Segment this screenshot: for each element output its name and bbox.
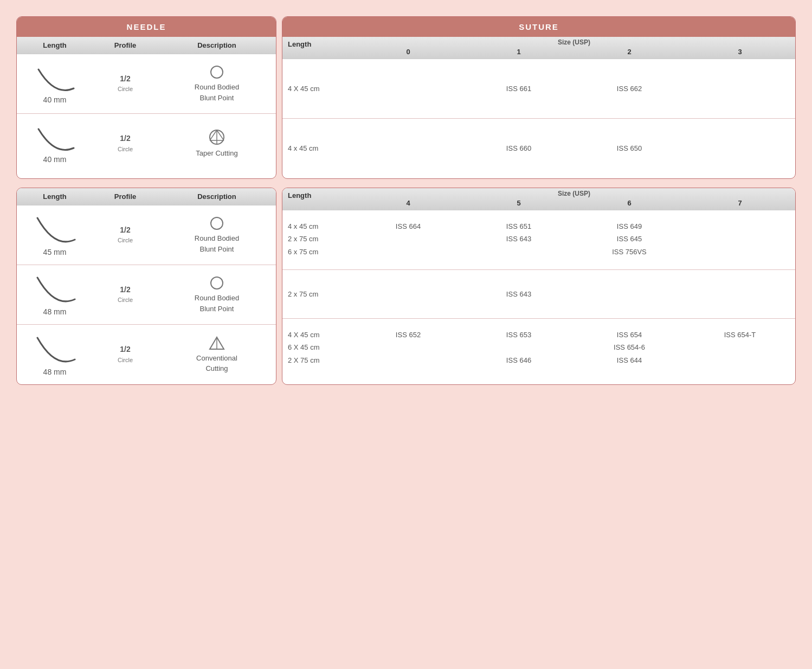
needle-length-s2-1: 45 mm [17,214,93,256]
needle-header-text: NEEDLE [127,22,166,31]
needle-length-s2-2: 48 mm [17,273,93,316]
circle-icon [209,65,224,80]
suture-header-row-1: Length Size (USP) 0 1 2 3 [282,37,795,59]
needle-profile-s2-3: 1/2 Circle [93,344,158,365]
needle-desc-s2-2: Round BodiedBlunt Point [158,275,276,314]
needle-row-1: 40 mm 1/2 Circle Round BodiedBlunt Point [17,54,276,114]
suture-row-2: 4 x 45 cm ISS 660 ISS 650 [282,119,795,178]
suture-row1-size3 [685,85,795,93]
needle-section-2: Length Profile Description 45 mm [16,188,276,385]
suture-s2-r2-s3 [685,290,795,299]
needle-arc-icon-2 [33,124,76,153]
needle-row-s2-2: 48 mm 1/2 Circle Round BodiedBlunt Point [17,265,276,325]
needle-arc-s2-2 [33,273,76,306]
suture-section-2: Length Size (USP) 4 5 6 7 4 x [282,188,796,385]
main-container: NEEDLE Length Profile Description [16,16,796,385]
needle-col-profile: Profile [93,37,158,54]
svg-point-6 [211,217,223,229]
suture-row2-size2: ISS 650 [574,138,685,159]
suture-row1-size0 [353,85,463,93]
needle-arc-s2-1 [33,214,76,246]
suture-size-label-2: Size (USP) [353,188,795,197]
suture-s2-r3-s1: ISS 653ISS 646 [463,324,574,371]
suture-s2-r1-s3 [685,216,795,224]
suture-length-header: Length [282,37,353,59]
size-num-s2-0: 4 [353,197,463,210]
needle-header: NEEDLE [17,17,276,37]
needle-profile-1: 1/2 Circle [93,74,158,94]
suture-row-1: 4 X 45 cm ISS 661 ISS 662 [282,59,795,119]
size-num-0: 0 [353,46,463,59]
needle-row-2: 40 mm 1/2 Circle Taper Cutting [17,114,276,173]
suture-s2-r3-s0: ISS 652 [353,324,463,345]
needle-arc-icon-1 [33,64,76,94]
suture-header-text: SUTURE [519,22,559,31]
needle-desc-s2-1: Round BodiedBlunt Point [158,216,276,254]
suture-row2-length: 4 x 45 cm [282,138,353,159]
suture-s2-r3-length: 4 X 45 cm6 X 45 cm2 X 75 cm [282,324,353,371]
suture-size-nums: 0 1 2 3 [353,46,795,59]
suture-row2-size3 [685,144,795,153]
section2-wrapper: Length Profile Description 45 mm [16,188,796,385]
suture-row1-length: 4 X 45 cm [282,78,353,99]
taper-cutting-icon [208,128,226,146]
svg-point-7 [211,277,223,289]
suture-section-1: SUTURE Length Size (USP) 0 1 2 3 [282,16,796,179]
needle-length-1: 40 mm [17,64,93,104]
needle-desc-s2-3: ConventionalCutting [158,336,276,374]
suture-s2-row-1: 4 x 45 cm2 x 75 cm6 x 75 cm ISS 664 ISS … [282,210,795,270]
needle-desc-1: Round BodiedBlunt Point [158,65,276,103]
suture-s2-row-2: 2 x 75 cm ISS 643 [282,270,795,319]
suture-size-nums-2: 4 5 6 7 [353,197,795,210]
svg-point-0 [211,66,223,78]
suture-s2-r3-s2: ISS 654ISS 654-6ISS 644 [574,324,685,371]
suture-header-row-2: Length Size (USP) 4 5 6 7 [282,188,795,210]
suture-s2-r2-s1: ISS 643 [463,284,574,305]
suture-s2-r2-s2 [574,290,685,299]
size-num-s2-1: 5 [463,197,574,210]
suture-row1-size1: ISS 661 [463,78,574,99]
needle-col-headers-2: Length Profile Description [17,188,276,205]
needle-row-s2-1: 45 mm 1/2 Circle Round BodiedBlunt Point [17,205,276,265]
suture-size-label: Size (USP) [353,37,795,46]
suture-length-header-2: Length [282,188,353,210]
size-num-s2-3: 7 [685,197,795,210]
needle-row-s2-3: 48 mm 1/2 Circle ConventionalCutting [17,325,276,384]
suture-s2-r2-s0 [353,290,463,299]
size-num-s2-2: 6 [574,197,685,210]
needle-arc-s2-3 [33,333,76,366]
suture-row2-size1: ISS 660 [463,138,574,159]
needle-length-2: 40 mm [17,124,93,164]
needle-col-headers: Length Profile Description [17,37,276,54]
needle-length-s2-3: 48 mm [17,333,93,376]
suture-row1-size2: ISS 662 [574,78,685,99]
needle-profile-2: 1/2 Circle [93,133,158,154]
needle-desc-2: Taper Cutting [158,128,276,159]
size-num-1: 1 [463,46,574,59]
needle-col-length: Length [17,37,93,54]
suture-s2-r1-s1: ISS 651ISS 643 [463,216,574,250]
needle-section-1: NEEDLE Length Profile Description [16,16,276,179]
suture-size-group-2: Size (USP) 4 5 6 7 [353,188,795,210]
suture-s2-r1-s2: ISS 649ISS 645ISS 756VS [574,216,685,262]
suture-size-group: Size (USP) 0 1 2 3 [353,37,795,59]
suture-s2-r1-s0: ISS 664 [353,216,463,237]
circle-icon-s2-1 [209,216,224,231]
suture-header: SUTURE [282,17,795,37]
circle-icon-s2-2 [209,275,224,291]
suture-s2-row-3: 4 X 45 cm6 X 45 cm2 X 75 cm ISS 652 ISS … [282,319,795,384]
suture-s2-r3-s3: ISS 654-T [685,324,795,345]
needle-col-length-2: Length [17,188,93,205]
suture-row2-size0 [353,144,463,153]
needle-col-description-2: Description [158,188,276,205]
section1-wrapper: NEEDLE Length Profile Description [16,16,796,179]
needle-col-description: Description [158,37,276,54]
conventional-cutting-icon [209,336,225,351]
needle-profile-s2-2: 1/2 Circle [93,285,158,305]
size-num-3: 3 [685,46,795,59]
size-num-2: 2 [574,46,685,59]
needle-profile-s2-1: 1/2 Circle [93,225,158,246]
suture-s2-r2-length: 2 x 75 cm [282,284,353,305]
needle-col-profile-2: Profile [93,188,158,205]
suture-s2-r1-length: 4 x 45 cm2 x 75 cm6 x 75 cm [282,216,353,262]
